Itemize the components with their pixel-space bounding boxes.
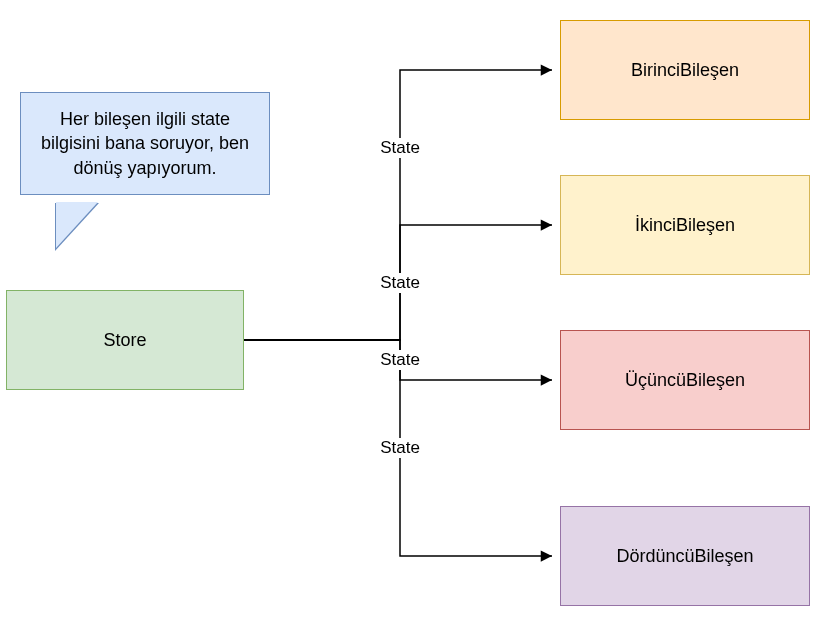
component-label-4: DördüncüBileşen (616, 546, 753, 567)
store-callout: Her bileşen ilgili state bilgisini bana … (20, 92, 270, 195)
component-box-1: BirinciBileşen (560, 20, 810, 120)
component-box-2: İkinciBileşen (560, 175, 810, 275)
component-label-1: BirinciBileşen (631, 60, 739, 81)
edge-label-1: State (378, 138, 422, 158)
edge-label-3: State (378, 350, 422, 370)
store-box: Store (6, 290, 244, 390)
edge-label-4: State (378, 438, 422, 458)
edge-label-2: State (378, 273, 422, 293)
component-box-4: DördüncüBileşen (560, 506, 810, 606)
component-label-3: ÜçüncüBileşen (625, 370, 745, 391)
component-box-3: ÜçüncüBileşen (560, 330, 810, 430)
store-callout-text: Her bileşen ilgili state bilgisini bana … (41, 109, 249, 178)
store-label: Store (103, 330, 146, 351)
edge-store-to-comp1 (244, 70, 552, 340)
callout-tail-fill (56, 202, 98, 248)
component-label-2: İkinciBileşen (635, 215, 735, 236)
